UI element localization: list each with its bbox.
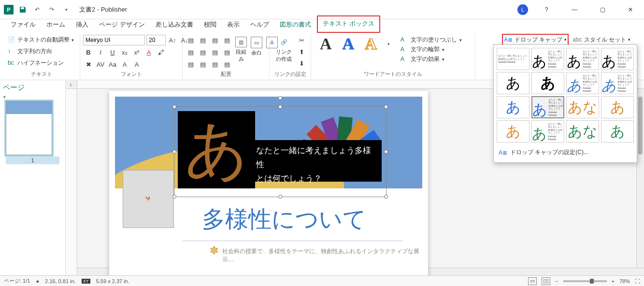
user-account-badge[interactable]: L: [517, 4, 528, 15]
wordart-style-2[interactable]: A: [343, 35, 355, 53]
tab-mailings[interactable]: 差し込み文書: [151, 17, 198, 33]
create-link-button[interactable]: 🔗 リンクの作成: [273, 35, 295, 65]
tab-page-design[interactable]: ページ デザイン: [94, 17, 150, 33]
align-bot-right-button[interactable]: ▤: [210, 59, 220, 70]
align-bot-left-button[interactable]: ▤: [186, 59, 196, 70]
font-name-input[interactable]: [83, 35, 145, 45]
stylistic-sets-button[interactable]: A: [119, 59, 130, 70]
align-mid-left-button[interactable]: ▤: [186, 47, 196, 57]
drop-cap-option[interactable]: あなたと一緒に考えましょう多様性とは何でしょう？ Aaaaaa Aaaaaa: [531, 48, 564, 70]
hyphenation-button[interactable]: bcハイフネーション: [6, 58, 66, 68]
inserted-photo[interactable]: 🐕: [123, 170, 174, 228]
break-link-button[interactable]: ✂: [297, 35, 307, 45]
resize-handle-nw[interactable]: [172, 105, 176, 109]
text-fill-button[interactable]: A文字の塗りつぶし ▾: [401, 36, 462, 44]
align-top-justify-button[interactable]: ▤: [222, 35, 232, 45]
highlight-button[interactable]: 🖍: [156, 47, 166, 57]
bold-button[interactable]: B: [83, 47, 94, 57]
subscript-button[interactable]: x₂: [119, 47, 130, 57]
page-thumbnail[interactable]: [6, 101, 52, 155]
zoom-slider[interactable]: [563, 280, 607, 282]
align-bot-center-button[interactable]: ▤: [198, 59, 208, 70]
save-icon[interactable]: [18, 5, 27, 14]
align-top-center-button[interactable]: ▤: [198, 35, 208, 45]
resize-handle-n[interactable]: [278, 105, 282, 109]
drop-cap-option[interactable]: あ: [531, 72, 564, 94]
zoom-slider-thumb[interactable]: [590, 279, 594, 284]
drop-cap-option[interactable]: あ: [601, 120, 634, 143]
strikethrough-button[interactable]: ✖: [83, 59, 94, 70]
drop-cap-option[interactable]: あ: [497, 96, 530, 118]
resize-handle-s[interactable]: [278, 195, 282, 199]
next-link-button[interactable]: ⬇: [297, 58, 307, 69]
drop-cap-option[interactable]: あな: [566, 96, 599, 118]
fit-page-button[interactable]: ⛶: [635, 278, 640, 284]
drop-cap-option[interactable]: あ: [601, 96, 634, 118]
drop-cap-option[interactable]: あ: [497, 72, 530, 94]
underline-button[interactable]: U: [107, 47, 118, 57]
align-bot-justify-button[interactable]: ▤: [222, 59, 232, 70]
drop-cap-option[interactable]: あなたと一緒に考えましょう多様性とは何でしょう？ Aaaaaa Aaaaaa: [566, 48, 599, 70]
text-direction-button[interactable]: ↕文字列の方向: [6, 46, 54, 57]
pages-panel-collapse-icon[interactable]: ◂: [3, 94, 62, 99]
style-set-button[interactable]: abc スタイル セット ▾: [572, 36, 630, 44]
single-page-view-button[interactable]: ▭: [528, 277, 537, 285]
tab-help[interactable]: ヘルプ: [245, 17, 274, 33]
rotate-handle[interactable]: [278, 96, 282, 100]
zoom-out-button[interactable]: −: [555, 278, 558, 284]
resize-handle-e[interactable]: [384, 150, 388, 154]
font-color-button[interactable]: A: [143, 47, 154, 57]
text-effects-button[interactable]: A文字の効果 ▾: [401, 55, 462, 63]
zoom-level[interactable]: 78%: [619, 278, 630, 284]
ruler-corner[interactable]: L: [66, 80, 77, 89]
two-page-view-button[interactable]: ▯▯: [542, 277, 550, 285]
resize-handle-se[interactable]: [384, 195, 388, 199]
tab-insert[interactable]: 挿入: [71, 17, 93, 33]
vertical-ruler[interactable]: [66, 89, 77, 275]
tab-text-box[interactable]: テキスト ボックス: [318, 16, 380, 32]
tab-view[interactable]: 表示: [222, 17, 244, 33]
drop-cap-option[interactable]: あなたと一緒に考えましょう多様性とは何でしょう？ Aaaaaa Aaaaaa: [531, 120, 564, 143]
undo-icon[interactable]: ↶: [33, 5, 42, 14]
maximize-button[interactable]: ▢: [593, 2, 612, 17]
drop-cap-button[interactable]: A≣ ドロップ キャップ ▾: [502, 34, 569, 45]
columns-button[interactable]: ▥ 段組み: [234, 35, 248, 65]
body-snippet[interactable]: 社会科の授業で、多様性をテーマに、独創性あふれるインタラクティブな展示…: [222, 247, 422, 264]
wordart-style-1[interactable]: A: [320, 35, 332, 53]
char-spacing-button[interactable]: AV: [95, 59, 106, 70]
align-mid-justify-button[interactable]: ▤: [222, 47, 232, 57]
qat-customize-icon[interactable]: ▾: [62, 5, 71, 14]
zoom-in-button[interactable]: +: [612, 278, 615, 284]
status-page-info[interactable]: ページ: 1/1: [4, 277, 30, 285]
drop-cap-option-none[interactable]: なたと一緒に考えましょう多様性とは何でしょう？ Aaaaaa Aaaaaa: [497, 48, 530, 70]
help-icon[interactable]: ?: [537, 2, 556, 17]
tab-file[interactable]: ファイル: [6, 17, 41, 33]
drop-cap-option[interactable]: あなたと一緒に考えましょう多様性とは何でしょう？ Aaaaaa Aaaaaa: [566, 72, 599, 94]
align-top-left-button[interactable]: ▤: [186, 35, 196, 45]
fit-text-button[interactable]: 📄テキストの自動調整 ▾: [6, 35, 76, 45]
publication-page[interactable]: 🐕 あ なたと一緒に考えましょう多様性 とは何でしょう？: [109, 91, 428, 275]
change-case-button[interactable]: Aa: [107, 59, 118, 70]
tab-review[interactable]: 校閲: [199, 17, 221, 33]
drop-cap-settings-button[interactable]: A≣ ドロップ キャップの設定(C)...: [497, 145, 634, 159]
wordart-gallery-more-icon[interactable]: ▾: [387, 42, 390, 46]
resize-handle-w[interactable]: [172, 150, 176, 154]
drop-cap-option[interactable]: あな: [566, 120, 599, 143]
prev-link-button[interactable]: ⬆: [297, 46, 307, 57]
drop-cap-option[interactable]: あなたと一緒に考えましょう多様性とは何でしょう？ Aaaaaa Aaaaaa: [601, 72, 634, 94]
resize-handle-sw[interactable]: [172, 195, 176, 199]
drop-cap-option-selected[interactable]: あなたと一緒に考えましょう多様性とは何でしょう？ Aaaaaa Aaaaaa: [531, 96, 564, 118]
selection-frame[interactable]: [174, 106, 386, 197]
superscript-button[interactable]: x²: [131, 47, 142, 57]
text-outline-button[interactable]: A文字の輪郭 ▾: [401, 45, 462, 54]
vertical-scrollbar[interactable]: [636, 89, 644, 268]
clear-format-button[interactable]: A: [131, 59, 142, 70]
vertical-scrollbar-thumb[interactable]: [638, 97, 643, 155]
minimize-button[interactable]: ―: [565, 2, 584, 17]
font-size-input[interactable]: [146, 35, 166, 45]
italic-button[interactable]: I: [95, 47, 106, 57]
document-title-text[interactable]: 多様性について: [202, 204, 366, 235]
align-top-right-button[interactable]: ▤: [210, 35, 220, 45]
align-mid-center-button[interactable]: ▤: [198, 47, 208, 57]
tab-shape-format[interactable]: 図形の書式: [275, 17, 316, 33]
